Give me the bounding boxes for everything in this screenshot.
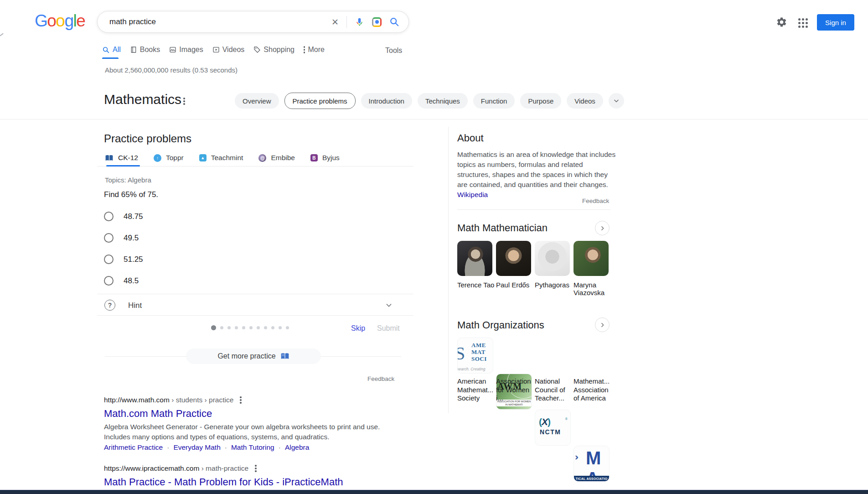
logo-letter: e xyxy=(76,11,85,30)
tab-shopping[interactable]: Shopping xyxy=(253,46,294,54)
sidebar-divider xyxy=(448,127,449,413)
get-more-practice-button[interactable]: Get more practice xyxy=(186,348,321,364)
clear-search-icon[interactable]: ✕ xyxy=(331,17,339,27)
source-tab-byjus[interactable]: B Byjus xyxy=(310,154,340,162)
chevron-down-icon xyxy=(385,302,393,309)
google-logo[interactable]: Google xyxy=(35,12,85,29)
result-title-link[interactable]: Math Practice - Math Problem for Kids - … xyxy=(104,476,343,488)
sitelink[interactable]: Arithmetic Practice xyxy=(104,443,163,452)
about-feedback-link[interactable]: Feedback xyxy=(582,198,609,204)
chip-practice-problems[interactable]: Practice problems xyxy=(284,93,356,109)
result-url[interactable]: http://www.math.com › students › practic… xyxy=(104,396,242,404)
mathematician-photo-pythagoras[interactable] xyxy=(535,241,570,276)
result-title-link[interactable]: Math.com Math Practice xyxy=(104,408,212,420)
radio-button[interactable] xyxy=(104,276,114,286)
organization-logo-ams[interactable]: S AMEMATSOCI search. Creating xyxy=(457,338,493,374)
result-sitelinks: Arithmetic Practice· Everyday Math· Math… xyxy=(104,443,309,452)
mathematician-caption[interactable]: Maryna Viazovska xyxy=(574,281,612,296)
answer-option[interactable]: 48.75 xyxy=(104,212,143,221)
settings-gear-icon[interactable] xyxy=(776,16,787,30)
lens-camera-icon[interactable] xyxy=(372,17,382,27)
mathematician-photo-maryna-viazovska[interactable] xyxy=(574,241,609,276)
google-apps-icon[interactable] xyxy=(798,18,808,28)
organization-caption[interactable]: National Council of Teacher... xyxy=(535,377,574,403)
pagination-dot xyxy=(227,326,231,329)
option-label: 51.25 xyxy=(124,255,143,264)
practice-feedback-link[interactable]: Feedback xyxy=(367,375,394,382)
book-icon xyxy=(130,46,137,53)
entity-menu-icon[interactable] xyxy=(183,98,185,105)
chip-videos[interactable]: Videos xyxy=(567,93,603,109)
wikipedia-link[interactable]: Wikipedia xyxy=(457,191,488,198)
mathematician-photo-terence-tao[interactable] xyxy=(457,241,492,276)
chip-function[interactable]: Function xyxy=(473,93,515,109)
tab-books[interactable]: Books xyxy=(130,46,160,54)
chip-overview[interactable]: Overview xyxy=(235,93,279,109)
skip-button[interactable]: Skip xyxy=(351,324,365,333)
chip-techniques[interactable]: Techniques xyxy=(418,93,468,109)
chip-introduction[interactable]: Introduction xyxy=(361,93,412,109)
chevron-right-icon xyxy=(599,225,605,231)
pagination-dot xyxy=(279,326,282,329)
open-book-icon xyxy=(280,353,289,360)
result-menu-icon[interactable] xyxy=(240,396,242,404)
search-input[interactable]: math practice xyxy=(109,17,331,26)
chips-expand-button[interactable] xyxy=(609,93,624,109)
option-label: 48.75 xyxy=(124,212,143,221)
answer-option[interactable]: 48.5 xyxy=(104,276,139,286)
image-icon xyxy=(169,46,176,53)
search-submit-icon[interactable] xyxy=(389,17,399,27)
source-tab-ck12[interactable]: CK-12 xyxy=(105,154,138,162)
sitelink[interactable]: Algebra xyxy=(285,443,309,452)
pagination-dot xyxy=(264,326,267,329)
hint-label[interactable]: Hint xyxy=(128,301,142,310)
mathematician-caption[interactable]: Paul Erdős xyxy=(496,281,534,289)
answer-option[interactable]: 49.5 xyxy=(104,233,139,243)
mathematicians-more-button[interactable] xyxy=(595,221,610,235)
radio-button[interactable] xyxy=(104,233,114,243)
sitelink[interactable]: Math Tutoring xyxy=(231,443,274,452)
tab-images[interactable]: Images xyxy=(169,46,203,54)
mathematician-caption[interactable]: Pythagoras xyxy=(535,281,573,289)
active-source-underline xyxy=(106,165,140,166)
sitelink[interactable]: Everyday Math xyxy=(173,443,220,452)
teachmint-icon: ▲ xyxy=(199,154,207,161)
header-divider xyxy=(0,119,868,120)
organization-caption[interactable]: American Mathemat... Society xyxy=(457,377,496,403)
sign-in-button[interactable]: Sign in xyxy=(817,14,854,31)
search-divider xyxy=(346,16,347,28)
tab-all[interactable]: All xyxy=(102,46,121,54)
radio-button[interactable] xyxy=(104,212,114,221)
chip-purpose[interactable]: Purpose xyxy=(520,93,561,109)
submit-button[interactable]: Submit xyxy=(377,324,400,333)
tools-button[interactable]: Tools xyxy=(385,47,402,55)
search-box[interactable]: math practice ✕ xyxy=(97,11,409,33)
mic-icon[interactable] xyxy=(355,17,364,27)
source-tabs-divider xyxy=(97,166,413,166)
mathematicians-title: Math Mathematician xyxy=(457,222,548,234)
tab-more[interactable]: More xyxy=(304,46,325,54)
tab-videos[interactable]: Videos xyxy=(212,46,245,54)
organization-caption[interactable]: Association for Women i... xyxy=(496,377,535,403)
mathematician-caption[interactable]: Terence Tao xyxy=(457,281,496,289)
search-icon xyxy=(102,46,110,54)
chevron-down-icon xyxy=(613,98,620,104)
hint-question-icon: ? xyxy=(104,300,115,311)
organization-logo-maa[interactable]: ››› M A TICAL ASSOCIATIO xyxy=(574,446,610,482)
result-menu-icon[interactable] xyxy=(255,465,257,472)
screen-artifact xyxy=(0,33,4,36)
organization-caption[interactable]: Mathemat... Association of America xyxy=(574,377,613,403)
answer-option[interactable]: 51.25 xyxy=(104,255,143,264)
radio-button[interactable] xyxy=(104,255,114,264)
source-tab-toppr[interactable]: ↑ Toppr xyxy=(154,154,184,162)
about-divider xyxy=(457,209,610,210)
organization-logo-nctm[interactable]: (X) ® NCTM xyxy=(535,410,571,446)
source-tab-teachmint[interactable]: ▲ Teachmint xyxy=(199,154,243,162)
maa-fan: ››› xyxy=(575,452,576,462)
source-tab-embibe[interactable]: @ Embibe xyxy=(258,154,295,162)
mathematician-photo-paul-erdos[interactable] xyxy=(496,241,531,276)
organizations-more-button[interactable] xyxy=(595,317,610,332)
hint-expand-button[interactable] xyxy=(385,302,393,311)
result-snippet: Algebra Worksheet Generator - Generate y… xyxy=(104,423,380,431)
result-url[interactable]: https://www.ipracticemath.com › math-pra… xyxy=(104,464,257,473)
